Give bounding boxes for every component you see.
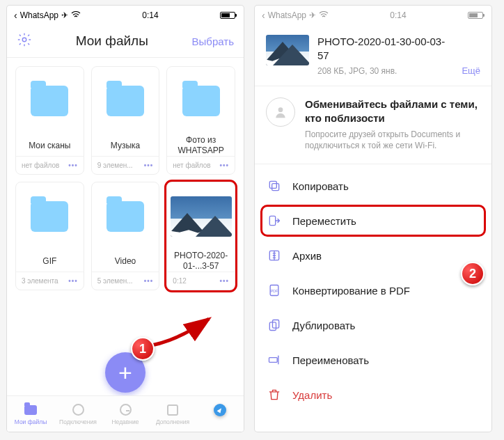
duplicate-icon: [267, 318, 281, 332]
action-copy[interactable]: Копировать: [255, 168, 491, 203]
share-title: Обменивайтесь файлами с теми, кто поблиз…: [305, 97, 480, 125]
photo-thumbnail: [266, 35, 309, 65]
battery-icon: [468, 12, 483, 19]
tab-connections[interactable]: Подключения: [54, 396, 102, 432]
move-icon: [267, 214, 281, 228]
folder-count: нет файлов: [22, 162, 59, 169]
more-icon[interactable]: •••: [219, 277, 229, 285]
status-bar: ‹ WhatsApp ✈ 0:14: [255, 6, 491, 25]
status-time: 0:14: [329, 10, 468, 20]
folder-icon: [31, 201, 68, 232]
status-app-name: WhatsApp: [20, 10, 58, 20]
copy-icon: [267, 179, 281, 193]
file-label: PHOTO-2020-01-...3-57: [167, 251, 235, 272]
folder-label: Мои сканы: [16, 135, 84, 156]
folder-whatsapp-photos[interactable]: Фото из WHATSAPP нет файлов•••: [166, 66, 235, 175]
folder-label: GIF: [16, 251, 84, 272]
status-time: 0:14: [81, 10, 220, 20]
file-name: PHOTO-2020-01-30-00-03-57: [317, 35, 453, 62]
folder-icon: [31, 86, 68, 116]
svg-rect-3: [269, 182, 276, 189]
svg-rect-10: [269, 358, 278, 363]
action-delete[interactable]: Удалить: [255, 377, 491, 412]
tab-label: Дополнения: [156, 418, 189, 425]
status-bar: ‹ WhatsApp ✈ 0:14: [7, 6, 244, 25]
action-move[interactable]: Переместить: [255, 203, 491, 238]
annotation-badge-2: 2: [461, 262, 485, 285]
file-time: 0:12: [173, 277, 186, 285]
svg-rect-4: [269, 217, 275, 226]
file-meta: 208 КБ, JPG, 30 янв.: [317, 66, 453, 76]
share-nearby-block[interactable]: Обменивайтесь файлами с теми, кто поблиз…: [255, 86, 491, 164]
clock-icon: [120, 404, 132, 416]
bottom-tab-bar: Мои файлы Подключения Недавние Дополнени…: [7, 395, 244, 432]
folder-icon: [182, 86, 220, 116]
screen-file-browser: ‹ WhatsApp ✈ 0:14 Мои файлы Выбрать Мои …: [7, 6, 244, 432]
file-info-header: PHOTO-2020-01-30-00-03-57 208 КБ, JPG, 3…: [255, 25, 491, 86]
action-label: Переместить: [292, 215, 356, 227]
settings-gear-icon[interactable]: [17, 32, 32, 50]
more-icon[interactable]: •••: [68, 162, 78, 169]
action-label: Удалить: [292, 389, 332, 401]
tab-my-files[interactable]: Мои файлы: [7, 396, 54, 432]
action-label: Конвертирование в PDF: [292, 285, 410, 297]
tab-label: Подключения: [59, 418, 97, 425]
battery-icon: [220, 12, 235, 19]
app-header: Мои файлы Выбрать: [7, 25, 244, 57]
action-convert-pdf[interactable]: PDF Конвертирование в PDF: [255, 273, 491, 308]
page-title: Мои файлы: [32, 33, 192, 49]
pdf-icon: PDF: [267, 283, 281, 297]
folder-count: 5 элемен...: [97, 277, 133, 285]
wifi-icon: [71, 10, 81, 20]
action-list: Копировать Переместить Архив PDF Конверт…: [255, 164, 491, 412]
airplane-mode-icon: ✈: [61, 10, 68, 20]
folder-my-scans[interactable]: Мои сканы нет файлов•••: [15, 66, 84, 175]
back-chevron-icon[interactable]: ‹: [262, 10, 265, 20]
svg-rect-2: [272, 184, 279, 191]
svg-text:PDF: PDF: [271, 289, 278, 293]
archive-icon: [267, 249, 281, 262]
more-icon[interactable]: •••: [144, 277, 154, 285]
annotation-badge-1: 1: [131, 337, 155, 361]
folder-count: нет файлов: [173, 162, 210, 169]
more-link[interactable]: Ещё: [462, 65, 480, 76]
airplane-mode-icon: ✈: [309, 10, 316, 20]
more-icon[interactable]: •••: [68, 277, 78, 285]
folder-gif[interactable]: GIF 3 элемента•••: [15, 182, 84, 290]
svg-point-1: [278, 107, 283, 112]
tab-recent[interactable]: Недавние: [102, 396, 149, 432]
wifi-icon: [319, 10, 329, 20]
folder-label: Музыка: [92, 135, 159, 156]
folder-label: Фото из WHATSAPP: [167, 135, 235, 156]
folder-icon: [107, 201, 144, 232]
back-chevron-icon[interactable]: ‹: [14, 10, 17, 20]
folder-icon: [24, 405, 37, 415]
action-label: Архив: [292, 250, 322, 262]
folder-count: 9 элемен...: [97, 162, 133, 169]
tab-label: [219, 418, 221, 425]
select-button[interactable]: Выбрать: [192, 36, 234, 47]
more-icon[interactable]: •••: [144, 162, 154, 169]
share-description: Попросите друзей открыть Documents и под…: [305, 129, 480, 151]
action-label: Дублировать: [292, 320, 355, 331]
tab-addons[interactable]: Дополнения: [149, 396, 196, 432]
rename-icon: [267, 353, 281, 367]
action-label: Переименовать: [292, 354, 369, 366]
screen-file-actions: ‹ WhatsApp ✈ 0:14 PHOTO-2020-01-30-00-03…: [255, 6, 491, 432]
photo-thumbnail: [171, 196, 232, 237]
action-rename[interactable]: Переименовать: [255, 343, 491, 377]
folder-music[interactable]: Музыка 9 элемен...•••: [91, 66, 160, 175]
tab-label: Мои файлы: [15, 418, 47, 425]
more-icon[interactable]: •••: [219, 162, 229, 169]
addons-icon: [167, 404, 178, 416]
action-archive[interactable]: Архив: [255, 238, 491, 273]
action-label: Копировать: [292, 180, 349, 192]
folder-count: 3 элемента: [22, 277, 58, 285]
tab-browser[interactable]: [196, 396, 244, 432]
file-photo-item[interactable]: PHOTO-2020-01-...3-57 0:12•••: [166, 182, 235, 290]
svg-point-0: [22, 38, 26, 42]
wifi-circle-icon: [72, 404, 84, 416]
trash-icon: [267, 388, 281, 402]
folder-video[interactable]: Video 5 элемен...•••: [91, 182, 160, 290]
action-duplicate[interactable]: Дублировать: [255, 308, 491, 343]
